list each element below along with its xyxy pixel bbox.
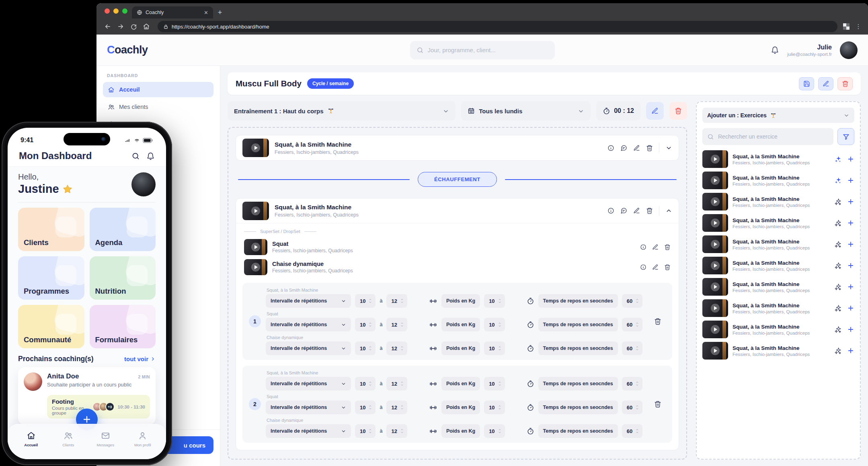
global-search[interactable] xyxy=(410,41,555,59)
pencil-icon[interactable] xyxy=(652,264,659,270)
avatar[interactable] xyxy=(131,172,156,196)
reps-max-stepper[interactable]: 12 xyxy=(386,401,407,414)
add-exercise-icon[interactable] xyxy=(847,177,854,184)
sparkles-icon[interactable] xyxy=(834,283,842,290)
close-tab-icon[interactable]: ✕ xyxy=(204,10,208,16)
exercise-list-item[interactable]: Squat, à la Smith Machine Fessiers, Isch… xyxy=(702,321,854,338)
exercise-list-item[interactable]: Squat, à la Smith Machine Fessiers, Isch… xyxy=(702,342,854,360)
close-window-button[interactable] xyxy=(105,8,110,14)
sparkles-icon[interactable] xyxy=(834,347,842,354)
phone-nav-item[interactable]: Mon profil xyxy=(128,431,157,459)
maximize-window-button[interactable] xyxy=(122,8,127,14)
dashboard-tile[interactable]: Agenda xyxy=(90,208,156,251)
trash-icon[interactable] xyxy=(646,207,653,214)
reps-type-select[interactable]: Intervalle de répétitions xyxy=(266,341,351,355)
delete-program-button[interactable] xyxy=(837,77,853,90)
reps-type-select[interactable]: Intervalle de répétitions xyxy=(266,401,351,414)
reps-min-stepper[interactable]: 10 xyxy=(355,318,376,331)
rest-stepper[interactable]: 60 xyxy=(622,341,642,355)
dashboard-tile[interactable]: Nutrition xyxy=(90,256,156,300)
exercise-video-thumbnail[interactable] xyxy=(702,172,728,189)
exercise-video-thumbnail[interactable] xyxy=(702,278,728,296)
exercise-video-thumbnail[interactable] xyxy=(702,193,728,211)
exercise-search-input[interactable] xyxy=(718,133,829,140)
info-icon[interactable] xyxy=(640,244,646,250)
info-icon[interactable] xyxy=(640,264,646,270)
delete-set-button[interactable] xyxy=(648,401,667,408)
exercise-video-thumbnail[interactable] xyxy=(244,239,267,255)
sparkles-icon[interactable] xyxy=(834,176,842,184)
chevron-up-icon[interactable] xyxy=(665,207,672,214)
reps-max-stepper[interactable]: 12 xyxy=(386,424,407,438)
trash-icon[interactable] xyxy=(646,145,653,151)
save-program-button[interactable] xyxy=(799,77,814,90)
dashboard-tile[interactable]: Programmes xyxy=(18,256,84,300)
rest-stepper[interactable]: 60 xyxy=(622,424,642,438)
extension-icon[interactable] xyxy=(843,23,850,30)
reps-min-stepper[interactable]: 10 xyxy=(355,377,376,390)
exercise-video-thumbnail[interactable] xyxy=(702,214,728,232)
exercise-video-thumbnail[interactable] xyxy=(702,342,728,360)
reps-type-select[interactable]: Intervalle de répétitions xyxy=(266,377,351,390)
back-button[interactable] xyxy=(102,21,113,32)
filter-button[interactable] xyxy=(837,128,854,145)
exercise-video-thumbnail[interactable] xyxy=(244,259,267,275)
reps-max-stepper[interactable]: 12 xyxy=(386,318,407,331)
sparkles-icon[interactable] xyxy=(834,240,842,248)
warmup-label[interactable]: ÉCHAUFFEMENT xyxy=(418,172,497,187)
new-tab-button[interactable]: + xyxy=(213,6,227,18)
weight-stepper[interactable]: 10 xyxy=(484,401,505,414)
search-icon[interactable] xyxy=(131,152,140,160)
exercise-video-thumbnail[interactable] xyxy=(702,150,728,168)
exercise-list-item[interactable]: Squat, à la Smith Machine Fessiers, Isch… xyxy=(702,214,854,232)
exercise-list-item[interactable]: Squat, à la Smith Machine Fessiers, Isch… xyxy=(702,257,854,274)
reps-min-stepper[interactable]: 10 xyxy=(355,424,376,438)
add-exercise-icon[interactable] xyxy=(847,198,854,205)
avatar[interactable] xyxy=(840,41,858,59)
exercise-list-item[interactable]: Squat, à la Smith Machine Fessiers, Isch… xyxy=(702,235,854,253)
exercise-search[interactable] xyxy=(702,128,833,145)
weight-stepper[interactable]: 10 xyxy=(484,294,505,308)
day-select[interactable]: Tous les lundis xyxy=(461,101,591,121)
url-bar[interactable]: https://coachly-sport.app/dashboard/home xyxy=(158,21,837,32)
pencil-icon[interactable] xyxy=(633,145,640,151)
rest-stepper[interactable]: 60 xyxy=(622,294,642,308)
pencil-icon[interactable] xyxy=(633,207,640,214)
exercise-video-thumbnail[interactable] xyxy=(702,321,728,338)
comment-icon[interactable] xyxy=(620,207,627,214)
reps-type-select[interactable]: Intervalle de répétitions xyxy=(266,318,351,331)
reps-min-stepper[interactable]: 10 xyxy=(355,294,376,308)
training-select[interactable]: Entraînement 1 : Haut du corps xyxy=(228,101,456,121)
rest-stepper[interactable]: 60 xyxy=(622,401,642,414)
rest-stepper[interactable]: 60 xyxy=(622,377,642,390)
weight-stepper[interactable]: 10 xyxy=(484,341,505,355)
dashboard-tile[interactable]: Clients xyxy=(18,208,84,251)
exercise-list-item[interactable]: Squat, à la Smith Machine Fessiers, Isch… xyxy=(702,278,854,296)
dashboard-tile[interactable]: Formulaires xyxy=(90,305,156,348)
weight-stepper[interactable]: 10 xyxy=(484,424,505,438)
chevron-down-icon[interactable] xyxy=(665,145,672,151)
weight-stepper[interactable]: 10 xyxy=(484,377,505,390)
edit-program-button[interactable] xyxy=(818,77,833,90)
add-exercise-icon[interactable] xyxy=(847,347,854,354)
home-button[interactable] xyxy=(141,21,152,32)
exercise-video-thumbnail[interactable] xyxy=(242,202,269,220)
comment-icon[interactable] xyxy=(620,145,627,151)
delete-set-button[interactable] xyxy=(648,318,667,325)
trash-icon[interactable] xyxy=(664,244,671,250)
add-exercise-icon[interactable] xyxy=(847,155,854,163)
phone-nav-item[interactable]: Messages xyxy=(91,431,120,459)
add-exercise-icon[interactable] xyxy=(847,283,854,290)
sparkles-icon[interactable] xyxy=(834,155,842,163)
add-exercise-icon[interactable] xyxy=(847,262,854,269)
coachly-logo[interactable]: Coachly xyxy=(107,44,148,56)
add-type-select[interactable]: Ajouter un : Exercices xyxy=(702,108,854,123)
exercise-list-item[interactable]: Squat, à la Smith Machine Fessiers, Isch… xyxy=(702,193,854,211)
sidebar-item[interactable]: Mes clients xyxy=(103,99,213,114)
sparkles-icon[interactable] xyxy=(834,325,842,333)
forward-button[interactable] xyxy=(115,21,126,32)
bell-icon[interactable] xyxy=(146,152,155,160)
reps-max-stepper[interactable]: 12 xyxy=(386,341,407,355)
exercise-video-thumbnail[interactable] xyxy=(702,299,728,317)
exercise-video-thumbnail[interactable] xyxy=(242,139,269,157)
